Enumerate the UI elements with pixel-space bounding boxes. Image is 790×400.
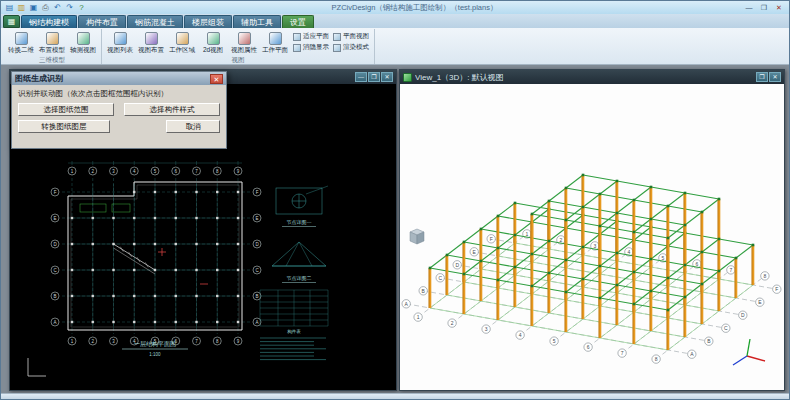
ribbon-tab-bar: ▦ 钢结构建模构件布置钢筋混凝土楼层组装辅助工具设置 <box>1 14 789 28</box>
window-controls: —❐✕ <box>742 2 786 13</box>
svg-text:D: D <box>741 312 745 318</box>
drawing-window-maximize-button[interactable]: ❐ <box>368 72 380 82</box>
ribbon-tab-6[interactable]: 设置 <box>282 15 314 28</box>
window-maximize-button[interactable]: ❐ <box>757 2 771 13</box>
dialog-button-row-2: 转换图纸图层取消 <box>18 120 220 133</box>
render-mode-button[interactable]: 渲染模式 <box>333 43 369 52</box>
dialog-message: 识别并联动图（依次点击图框范围框内识别） <box>18 89 220 99</box>
svg-text:E: E <box>53 216 56 221</box>
convert-2d-button[interactable]: 转换二维 <box>6 29 36 55</box>
new-file-icon[interactable]: ▤ <box>4 2 15 13</box>
ribbon-small-label: 适应平面 <box>303 32 329 41</box>
ribbon-button-label: 工作平面 <box>262 46 288 53</box>
drawing-window-close-button[interactable]: ✕ <box>381 72 393 82</box>
dialog-cancel-button[interactable]: 取消 <box>166 120 220 133</box>
svg-text:7: 7 <box>621 350 624 356</box>
svg-text:B: B <box>53 294 56 299</box>
svg-text:8: 8 <box>655 356 658 362</box>
ribbon-group-label: 三维模型 <box>6 55 98 64</box>
fit-plane-button[interactable]: 适应平面 <box>293 32 329 41</box>
dialog-body: 识别并联动图（依次点击图框范围框内识别） 选择图纸范围选择构件样式 转换图纸图层… <box>12 85 226 133</box>
svg-text:F: F <box>54 190 57 195</box>
ribbon-button-label: 视图属性 <box>231 46 257 53</box>
svg-text:3: 3 <box>485 326 488 332</box>
svg-text:一层结构平面图: 一层结构平面图 <box>134 340 176 348</box>
window-title: PZCivDesign（钢结构施工图绘制）（test.plans） <box>87 3 742 13</box>
view3d-window-close-button[interactable]: ✕ <box>769 72 781 82</box>
view-2d-button[interactable]: 2d视图 <box>198 29 228 55</box>
ribbon-button-label: 视图布置 <box>138 46 164 53</box>
svg-text:3: 3 <box>594 243 597 249</box>
view3d-window: View_1（3D）: 默认视图 ❐✕ AABBCCDDEEFF11223344… <box>399 69 785 391</box>
application-window: ▤▥▣⎙↶↷? PZCivDesign（钢结构施工图绘制）（test.plans… <box>0 0 790 400</box>
mdi-area: —❐✕ 112233445566778899FFEEDDCCBBAA节点详图一节… <box>1 65 789 393</box>
layout-model-icon <box>46 32 59 45</box>
ribbon-tab-1[interactable]: 钢结构建模 <box>21 15 77 28</box>
print-icon[interactable]: ⎙ <box>40 2 51 13</box>
window-close-button[interactable]: ✕ <box>772 2 786 13</box>
dialog-close-button[interactable]: ✕ <box>210 74 223 84</box>
plan-view-button[interactable]: 平面视图 <box>333 32 369 41</box>
save-icon[interactable]: ▣ <box>28 2 39 13</box>
svg-text:2: 2 <box>560 237 563 243</box>
dialog-button-row-1: 选择图纸范围选择构件样式 <box>18 103 220 116</box>
view-layout-button[interactable]: 视图布置 <box>136 29 166 55</box>
view3d-window-icon <box>403 73 412 82</box>
svg-text:C: C <box>438 275 442 281</box>
ribbon-group: 转换二维布置模型轴测视图三维模型 <box>3 29 102 64</box>
svg-text:F: F <box>256 190 259 195</box>
svg-text:D: D <box>455 262 459 268</box>
view3d-canvas[interactable]: AABBCCDDEEFF1122334455667788 <box>400 84 784 390</box>
dialog-button-r1-2[interactable]: 选择构件样式 <box>124 103 220 116</box>
axon-view-button[interactable]: 轴测视图 <box>68 29 98 55</box>
svg-text:5: 5 <box>662 255 665 261</box>
view-props-icon <box>238 32 251 45</box>
svg-text:4: 4 <box>519 332 522 338</box>
layout-model-button[interactable]: 布置模型 <box>37 29 67 55</box>
status-bar <box>1 393 789 399</box>
dialog-button-r2-1[interactable]: 转换图纸图层 <box>18 120 110 133</box>
help-icon[interactable]: ? <box>76 2 87 13</box>
redo-icon[interactable]: ↷ <box>64 2 75 13</box>
svg-text:B: B <box>255 294 258 299</box>
svg-text:7: 7 <box>730 267 733 273</box>
dialog-button-r1-1[interactable]: 选择图纸范围 <box>18 103 114 116</box>
view3d-window-titlebar[interactable]: View_1（3D）: 默认视图 ❐✕ <box>400 70 784 84</box>
quick-access-toolbar: ▤▥▣⎙↶↷? <box>4 2 87 13</box>
ribbon-button-label: 2d视图 <box>203 46 223 53</box>
title-bar: ▤▥▣⎙↶↷? PZCivDesign（钢结构施工图绘制）（test.plans… <box>1 1 789 14</box>
undo-icon[interactable]: ↶ <box>52 2 63 13</box>
svg-text:F: F <box>775 286 778 292</box>
ribbon-tab-2[interactable]: 构件布置 <box>78 15 126 28</box>
drawing-window-minimize-button[interactable]: — <box>355 72 367 82</box>
model-3d-drawing: AABBCCDDEEFF1122334455667788 <box>400 84 784 390</box>
svg-text:8: 8 <box>764 273 767 279</box>
nav-cube-icon[interactable] <box>410 229 424 244</box>
dialog-titlebar[interactable]: 图纸生成识别 ✕ <box>12 72 226 85</box>
ribbon-group: 视图列表视图布置工作区域2d视图视图属性工作平面适应平面平面视图消隐显示渲染模式… <box>102 29 375 64</box>
svg-text:E: E <box>255 216 258 221</box>
svg-text:A: A <box>255 320 258 325</box>
open-file-icon[interactable]: ▥ <box>16 2 27 13</box>
ribbon-tab-3[interactable]: 钢筋混凝土 <box>127 15 183 28</box>
ribbon-tab-4[interactable]: 楼层组装 <box>184 15 232 28</box>
plan-view-icon <box>333 33 341 41</box>
recognition-dialog: 图纸生成识别 ✕ 识别并联动图（依次点击图框范围框内识别） 选择图纸范围选择构件… <box>11 71 227 149</box>
view-props-button[interactable]: 视图属性 <box>229 29 259 55</box>
drawing-window-buttons: —❐✕ <box>355 72 393 82</box>
svg-text:6: 6 <box>696 261 699 267</box>
work-plane-icon <box>269 32 282 45</box>
work-region-button[interactable]: 工作区域 <box>167 29 197 55</box>
ribbon-tab-5[interactable]: 辅助工具 <box>233 15 281 28</box>
app-menu-button[interactable]: ▦ <box>3 15 20 28</box>
ribbon-small-label: 平面视图 <box>343 32 369 41</box>
view3d-window-maximize-button[interactable]: ❐ <box>756 72 768 82</box>
ribbon-group-label: 视图 <box>105 55 371 64</box>
hidden-line-button[interactable]: 消隐显示 <box>293 43 329 52</box>
work-plane-button[interactable]: 工作平面 <box>260 29 290 55</box>
window-minimize-button[interactable]: — <box>742 2 756 13</box>
view-list-button[interactable]: 视图列表 <box>105 29 135 55</box>
svg-text:6: 6 <box>587 344 590 350</box>
view3d-window-title: View_1（3D）: 默认视图 <box>415 72 753 83</box>
ribbon-small-label: 消隐显示 <box>303 43 329 52</box>
